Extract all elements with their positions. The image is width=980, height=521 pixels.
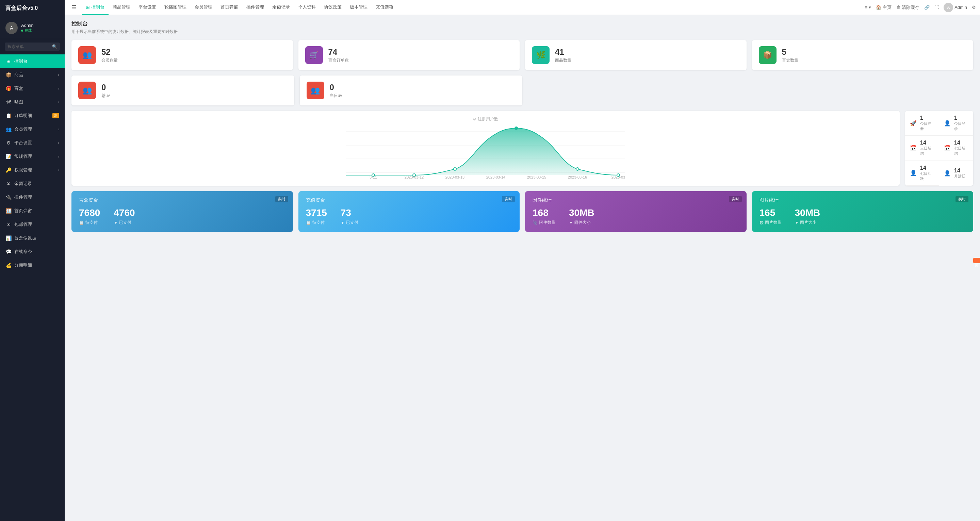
side-stat-icon-today_login: 👤 [944, 120, 951, 127]
side-stat-today_reg: 🚀 1 今日注册 [905, 111, 939, 136]
nav-label-general: 常规管理 [14, 153, 32, 159]
side-stat-three_day: 📅 14 三日新增 [905, 136, 939, 160]
topbar-icon-dashboard: ⊞ [86, 5, 90, 10]
nav-icon-dashboard: ⊞ [5, 59, 11, 64]
menu-button[interactable]: ≡ ▾ [865, 5, 871, 10]
topbar-item-popup[interactable]: 首页弹窗 [216, 0, 242, 15]
sidebar-item-map[interactable]: 🗺 晒图 › [0, 95, 65, 109]
stat-icon-boxes: 📦 [759, 46, 776, 64]
sidebar-item-balance[interactable]: ¥ 余额记录 [0, 177, 65, 191]
topbar-item-members[interactable]: 会员管理 [191, 0, 216, 15]
fullscreen-button[interactable]: ⛶ [934, 5, 939, 10]
topbar-item-version[interactable]: 版本管理 [346, 0, 372, 15]
topbar-item-platform[interactable]: 平台设置 [134, 0, 160, 15]
topbar-item-dashboard[interactable]: ⊞控制台 [82, 0, 108, 15]
bottom-card-blindbox_fund: 盲盒资金 实时 7680 📋待支付 4760 ▼已支付 [72, 191, 293, 232]
nav-label-popup: 首页弹窗 [14, 208, 32, 214]
admin-user-button[interactable]: A Admin [943, 3, 967, 12]
card-sub: 📋待支付 [306, 220, 327, 226]
card-sub: 📎附件数量 [533, 220, 555, 226]
nav-arrow-platform: › [58, 141, 59, 145]
topbar-item-recharge[interactable]: 充值选项 [372, 0, 398, 15]
card-value-group: 3715 📋待支付 [306, 207, 327, 226]
card-sub: 📋待支付 [79, 220, 100, 226]
nav-label-mail: 包邮管理 [14, 221, 32, 227]
card-numbers: 7680 📋待支付 4760 ▼已支付 [79, 207, 285, 226]
side-stat-num-today_login: 1 [954, 115, 969, 121]
nav-label-commission: 分佣明细 [14, 262, 32, 268]
share-button[interactable]: 🔗 [924, 5, 930, 10]
clear-cache-button[interactable]: 🗑 清除缓存 [896, 5, 920, 11]
feedback-button[interactable]: 反馈 [973, 258, 980, 263]
nav-arrow-products: › [58, 73, 59, 77]
card-value-group: 165 🖼图片数量 [759, 207, 781, 226]
sidebar-item-plugins[interactable]: 🔌 插件管理 [0, 191, 65, 204]
topbar-item-policy[interactable]: 协议政策 [320, 0, 346, 15]
sidebar-item-online[interactable]: 💬 在线命令 [0, 245, 65, 259]
card-number: 3715 [306, 207, 327, 218]
stat-label-boxes: 盲盒数量 [782, 57, 798, 63]
side-stat-info-seven_day_active: 14 七日活跃 [920, 165, 934, 181]
side-stat-num-three_day: 14 [920, 140, 934, 146]
stat-label-goods: 商品数量 [555, 57, 571, 63]
sidebar-item-general[interactable]: 📝 常规管理 › [0, 149, 65, 163]
nav-label-map: 晒图 [14, 99, 23, 105]
card-sub: 🖼图片数量 [759, 220, 781, 226]
side-stat-label-seven_day_new: 七日新增 [954, 146, 969, 156]
nav-icon-popup: 🪟 [5, 208, 11, 214]
topbar-item-profile[interactable]: 个人资料 [294, 0, 320, 15]
settings-button[interactable]: ⚙ [972, 5, 976, 10]
sidebar-item-permissions[interactable]: 🔑 权限管理 › [0, 163, 65, 177]
nav-icon-mail: ✉ [5, 222, 11, 227]
sidebar-item-platform[interactable]: ⚙ 平台设置 › [0, 136, 65, 149]
card-value-group: 168 📎附件数量 [533, 207, 555, 226]
nav-arrow-members: › [58, 127, 59, 131]
card-value-group: 30MB ▼附件大小 [569, 207, 595, 226]
nav-icon-plugins: 🔌 [5, 195, 11, 200]
sidebar-toggle-button[interactable]: ☰ [69, 2, 79, 13]
topbar-item-balance[interactable]: 余额记录 [268, 0, 294, 15]
topbar-item-plugins[interactable]: 插件管理 [242, 0, 268, 15]
sidebar-item-mail[interactable]: ✉ 包邮管理 [0, 218, 65, 231]
stat-card-orders: 🛒 74 盲盒订单数 [298, 40, 520, 70]
topbar-right: ≡ ▾ 🏠 主页 🗑 清除缓存 🔗 ⛶ A Admin ⚙ [865, 3, 976, 12]
side-stat-info-today_login: 1 今日登录 [954, 115, 969, 131]
sidebar-item-mockdata[interactable]: 📊 盲盒假数据 [0, 231, 65, 245]
side-stat-num-today_reg: 1 [920, 115, 934, 121]
side-stat-num-month_active: 14 [954, 168, 966, 174]
topbar-item-products[interactable]: 商品管理 [108, 0, 134, 15]
home-button[interactable]: 🏠 主页 [876, 5, 891, 11]
sidebar-item-members[interactable]: 👥 会员管理 › [0, 122, 65, 136]
side-stat-seven_day_new: 📅 14 七日新增 [939, 136, 973, 160]
card-number: 30MB [795, 207, 821, 218]
side-stat-icon-seven_day_new: 📅 [944, 145, 951, 151]
page-title: 控制台 [72, 21, 973, 27]
topbar-item-carousel[interactable]: 轮播图管理 [160, 0, 191, 15]
stat-info-members: 52 会员数量 [102, 47, 118, 63]
sidebar-item-popup[interactable]: 🪟 首页弹窗 [0, 204, 65, 218]
side-stat-icon-three_day: 📅 [910, 145, 917, 151]
nav-icon-blindbox: 🎁 [5, 86, 11, 91]
side-stat-icon-month_active: 👤 [944, 170, 951, 176]
side-stat-label-three_day: 三日新增 [920, 146, 934, 156]
sidebar-item-blindbox[interactable]: 🎁 盲盒 › [0, 82, 65, 95]
svg-point-7 [514, 127, 518, 130]
side-stat-label-today_login: 今日登录 [954, 121, 969, 131]
stat-icon-today_uv: 👥 [307, 82, 324, 99]
nav-label-plugins: 插件管理 [14, 194, 32, 200]
search-input[interactable] [8, 44, 50, 49]
card-value-group: 73 ▼已支付 [340, 207, 358, 226]
side-stats: 🚀 1 今日注册 👤 1 今日登录 📅 14 三日新增 📅 14 七日新增 👤 … [905, 111, 973, 186]
side-stat-icon-today_reg: 🚀 [910, 120, 917, 127]
stat-number-orders: 74 [328, 47, 349, 57]
stat-info-goods: 41 商品数量 [555, 47, 571, 63]
sidebar-item-dashboard[interactable]: ⊞ 控制台 [0, 54, 65, 68]
card-number: 7680 [79, 207, 100, 218]
sidebar-item-orders[interactable]: 📋 订单明细 新 [0, 109, 65, 122]
sidebar-item-products[interactable]: 📦 商品 › [0, 68, 65, 82]
bottom-row: 盲盒资金 实时 7680 📋待支付 4760 ▼已支付 充值资金 实时 3715… [72, 191, 973, 232]
chart-section: ⊙ 注册用户数 [72, 111, 973, 186]
sidebar-item-commission[interactable]: 💰 分佣明细 [0, 259, 65, 272]
realtime-badge: 实时 [956, 196, 969, 202]
page-subtitle: 用于展示当前系统中的统计数据、统计报表及重要实时数据 [72, 29, 973, 35]
